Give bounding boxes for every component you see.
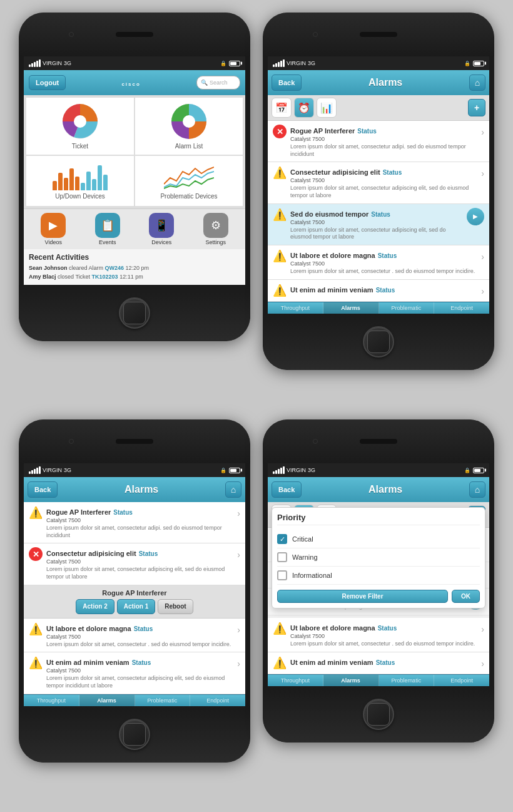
screen-wrapper-2: VIRGIN 3G 🔒 Back Alarms ⌂ 📅 ⏰ 📊 + [268,56,489,314]
phone-top-3 [19,419,250,463]
app-settings[interactable]: ⚙ Settings [203,213,228,245]
tab-problematic-3[interactable]: Problematic [135,695,191,706]
action-panel-3: Rogue AP Interferer Action 2 Action 1 Re… [24,585,245,619]
filter-icon-calendar[interactable]: 📅 [272,98,292,118]
camera-1 [69,32,74,37]
alarm-item-3-4[interactable]: ⚠️ Ut enim ad minim veniamStatus Catalys… [24,652,245,694]
statusbar-left-1: VIRGIN 3G [29,59,71,67]
home-button-2[interactable] [363,326,394,357]
tab-throughput-4[interactable]: Throughput [268,675,323,686]
priority-option-informational[interactable]: Informational [277,567,480,585]
alarm-item-3-3[interactable]: ⚠️ Ut labore et dolore magnaStatus Catal… [24,619,245,653]
warn-icon-4: ⚠️ [273,249,287,263]
tab-throughput-3[interactable]: Throughput [24,695,79,706]
alarm-item-3-2[interactable]: ✕ Consectetur adipisicing elitStatus Cat… [24,543,245,585]
camera-2 [313,32,318,37]
play-button-3[interactable]: ▶ [467,208,484,225]
recent-activities: Recent Activities Sean Johnson cleared A… [24,249,245,285]
priority-option-critical[interactable]: ✓ Critical [277,530,480,548]
priority-option-warning[interactable]: Warning [277,548,480,567]
alarm-item-4-4[interactable]: ⚠️ Ut labore et dolore magnaStatus Catal… [268,618,489,652]
alarm-item-4-5[interactable]: ⚠️ Ut enim ad minim veniamStatus › [268,652,489,674]
alarm-content-5: Ut enim ad minim veniamStatus [290,284,477,295]
statusbar-3: VIRGIN 3G 🔒 [24,463,245,477]
warn-icon-4-4: ⚠️ [273,622,287,635]
tab-alarms-4[interactable]: Alarms [323,675,379,686]
chevron-4-4: › [481,622,484,634]
home-nav-button-3[interactable]: ⌂ [225,481,241,498]
alarm-item-1[interactable]: ✕ Rogue AP InterfererStatus Catalyst 750… [268,121,489,162]
lock-icon-4: 🔒 [464,468,470,473]
back-button-4[interactable]: Back [272,481,302,498]
search-box[interactable]: 🔍 Search [196,76,240,90]
filter-icon-alarm[interactable]: ⏰ [294,98,314,118]
checkbox-critical[interactable]: ✓ [277,534,287,544]
camera-4 [313,439,318,444]
alarm-item-4[interactable]: ⚠️ Ut labore et dolore magnaStatus Catal… [268,245,489,280]
app-devices[interactable]: 📱 Devices [149,213,174,245]
tab-throughput-2[interactable]: Throughput [268,302,323,314]
navbar-title-2: Alarms [368,77,402,88]
back-button-2[interactable]: Back [272,75,302,91]
grid-cell-updown[interactable]: Up/Down Devices [26,156,134,206]
tab-endpoint-2[interactable]: Endpoint [434,302,489,314]
tab-problematic-4[interactable]: Problematic [379,675,435,686]
action1-button[interactable]: Action 1 [117,599,155,614]
recent-item-2: Amy Blacj closed Ticket TK102203 12:11 p… [29,273,240,282]
alarm-item-3[interactable]: ⚠️ Sed do eiusmod temporStatus Catalyst … [268,204,489,245]
lock-icon-3: 🔒 [220,468,226,473]
app-events[interactable]: 📋 Events [95,213,120,245]
screen-4: Back Alarms ⌂ 📅 ⏰ 📊 + ⚠️ Rogue AP Interf… [268,477,489,686]
grid-cell-alarm[interactable]: Alarm List [135,98,243,155]
chevron-4-5: › [481,656,484,669]
tab-alarms-2[interactable]: Alarms [323,302,379,314]
alarm-item-5[interactable]: ⚠️ Ut enim ad minim veniamStatus › [268,280,489,302]
home-button-1[interactable] [119,297,150,329]
problematic-line-chart [164,162,214,190]
back-button-3[interactable]: Back [28,481,58,498]
ticket-label: Ticket [72,143,88,150]
alarm-item-3-1[interactable]: ⚠️ Rogue AP InterfererStatus Catalyst 75… [24,502,245,543]
network-3: 3G [64,467,71,473]
tab-endpoint-3[interactable]: Endpoint [190,695,245,706]
grid-cell-problematic[interactable]: Problematic Devices [135,156,243,206]
problematic-label: Problematic Devices [160,193,217,200]
lock-icon-1: 🔒 [220,61,226,66]
logout-button[interactable]: Logout [29,75,66,90]
checkbox-informational[interactable] [277,570,287,580]
screen-wrapper-4: VIRGIN 3G 🔒 Back Alarms ⌂ 📅 ⏰ 📊 + [268,463,489,686]
alarm-item-2[interactable]: ⚠️ Consectetur adipisicing elitStatus Ca… [268,162,489,203]
home-button-4[interactable] [363,699,394,730]
speaker-1 [116,32,153,37]
navbar-title-4: Alarms [368,484,402,495]
home-nav-button-4[interactable]: ⌂ [469,481,485,498]
home-button-3[interactable] [119,719,150,750]
home-nav-button-2[interactable]: ⌂ [469,75,485,91]
grid-cell-ticket[interactable]: Ticket [26,98,134,155]
phone-top-1 [19,13,250,56]
battery-4 [473,468,484,473]
app-videos[interactable]: ▶ Videos [41,213,66,245]
settings-label: Settings [205,239,226,245]
tab-alarms-3[interactable]: Alarms [79,695,135,706]
checkbox-warning[interactable] [277,552,287,562]
svg-point-1 [74,115,86,128]
tab-endpoint-4[interactable]: Endpoint [434,675,489,686]
priority-label-critical: Critical [292,535,313,543]
chevron-5: › [481,284,484,296]
devices-label: Devices [151,239,171,245]
filter-icon-chart[interactable]: 📊 [317,98,337,118]
action-panel-title: Rogue AP Interferer [28,589,241,597]
tab-bar-3: Throughput Alarms Problematic Endpoint [24,694,245,706]
devices-icon: 📱 [149,213,174,238]
tab-problematic-2[interactable]: Problematic [379,302,435,314]
ok-button[interactable]: OK [452,590,480,603]
action2-button[interactable]: Action 2 [76,599,114,614]
filter-add-button[interactable]: + [468,99,485,116]
updown-bar-chart [53,162,108,190]
error-icon-3-2: ✕ [29,547,43,561]
carrier-4: VIRGIN [287,467,306,473]
reboot-button[interactable]: Reboot [158,599,193,614]
remove-filter-button[interactable]: Remove Filter [277,590,448,603]
phone-3: VIRGIN 3G 🔒 Back Alarms ⌂ ⚠️ Rogue AP In… [19,419,250,763]
